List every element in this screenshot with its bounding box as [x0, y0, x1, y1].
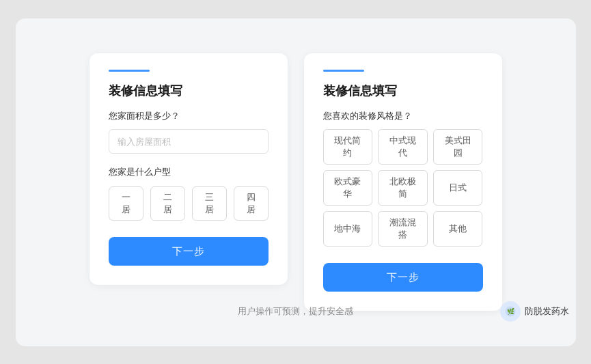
- card2-question1: 您喜欢的装修风格是？: [323, 110, 483, 122]
- card1-top-bar: [109, 70, 150, 72]
- card2-title: 装修信息填写: [323, 83, 483, 99]
- style-option-2[interactable]: 美式田园: [433, 129, 483, 165]
- cards-row: 装修信息填写 您家面积是多少？ 您家是什么户型 一居 二居 三居 四居 下一步 …: [90, 53, 502, 311]
- style-options-grid: 现代简约 中式现代 美式田园 欧式豪华 北欧极简 日式 地中海 潮流混搭 其他: [323, 129, 483, 247]
- style-option-4[interactable]: 北欧极简: [378, 170, 428, 206]
- footer-badge: 🌿 防脱发药水: [387, 301, 569, 322]
- footer: 用户操作可预测，提升安全感 🌿 防脱发药水: [23, 301, 569, 322]
- style-option-6[interactable]: 地中海: [323, 211, 373, 247]
- room-option-4[interactable]: 四居: [234, 186, 269, 221]
- svg-text:🌿: 🌿: [506, 307, 514, 316]
- card1-question2: 您家是什么户型: [109, 166, 269, 178]
- area-input[interactable]: [109, 129, 269, 154]
- room-option-2[interactable]: 二居: [150, 186, 185, 221]
- leaf-icon: 🌿: [504, 305, 517, 318]
- room-option-3[interactable]: 三居: [192, 186, 227, 221]
- style-option-8[interactable]: 其他: [433, 211, 483, 247]
- inner-background: 装修信息填写 您家面积是多少？ 您家是什么户型 一居 二居 三居 四居 下一步 …: [16, 18, 576, 346]
- style-option-1[interactable]: 中式现代: [378, 129, 428, 165]
- card2-top-bar: [323, 70, 364, 72]
- style-option-3[interactable]: 欧式豪华: [323, 170, 373, 206]
- badge-icon: 🌿: [500, 301, 521, 322]
- page-wrapper: 装修信息填写 您家面积是多少？ 您家是什么户型 一居 二居 三居 四居 下一步 …: [0, 0, 591, 364]
- style-option-7[interactable]: 潮流混搭: [378, 211, 428, 247]
- card-2: 装修信息填写 您喜欢的装修风格是？ 现代简约 中式现代 美式田园 欧式豪华 北欧…: [304, 53, 502, 311]
- style-option-0[interactable]: 现代简约: [323, 129, 373, 165]
- card1-title: 装修信息填写: [109, 83, 269, 99]
- style-option-5[interactable]: 日式: [433, 170, 483, 206]
- card2-next-button[interactable]: 下一步: [323, 263, 483, 292]
- card1-question1: 您家面积是多少？: [109, 110, 269, 122]
- card1-next-button[interactable]: 下一步: [109, 237, 269, 266]
- card-1: 装修信息填写 您家面积是多少？ 您家是什么户型 一居 二居 三居 四居 下一步: [90, 53, 288, 285]
- footer-hint: 用户操作可预测，提升安全感: [204, 305, 387, 318]
- badge-text: 防脱发药水: [525, 305, 569, 318]
- room-option-1[interactable]: 一居: [109, 186, 143, 221]
- room-options-group: 一居 二居 三居 四居: [109, 186, 269, 221]
